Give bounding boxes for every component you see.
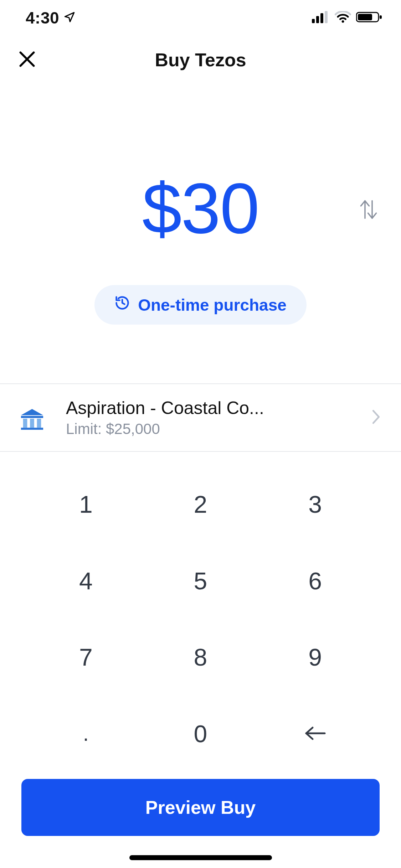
nav-bar: Buy Tezos	[0, 36, 401, 84]
svg-marker-12	[21, 409, 43, 415]
svg-rect-16	[37, 419, 41, 428]
close-button[interactable]	[13, 46, 41, 74]
key-0[interactable]: 0	[143, 696, 258, 772]
location-icon	[63, 11, 76, 25]
backspace-arrow-icon	[303, 720, 328, 748]
key-3[interactable]: 3	[258, 466, 372, 543]
home-indicator[interactable]	[129, 855, 272, 860]
bank-icon	[20, 405, 45, 430]
key-backspace[interactable]	[258, 696, 372, 772]
svg-rect-3	[325, 11, 328, 23]
close-icon	[17, 49, 37, 71]
clock-reload-icon	[114, 295, 130, 315]
status-bar: 4:30	[0, 0, 401, 36]
svg-rect-7	[380, 15, 382, 19]
svg-rect-0	[312, 19, 315, 23]
status-left: 4:30	[26, 8, 76, 27]
key-7[interactable]: 7	[29, 619, 143, 696]
page-title: Buy Tezos	[155, 49, 246, 71]
payment-limit: Limit: $25,000	[66, 420, 349, 438]
preview-buy-button[interactable]: Preview Buy	[21, 779, 380, 836]
svg-rect-14	[23, 419, 27, 428]
key-decimal[interactable]: .	[29, 696, 143, 772]
svg-rect-2	[320, 13, 323, 23]
number-keypad: 1 2 3 4 5 6 7 8 9 . 0	[0, 452, 401, 779]
key-8[interactable]: 8	[143, 619, 258, 696]
status-right	[312, 11, 382, 25]
swap-arrows-icon	[358, 198, 379, 223]
battery-icon	[356, 11, 382, 25]
chevron-right-icon	[371, 409, 381, 426]
swap-currency-button[interactable]	[356, 198, 381, 223]
amount-area: $30 One-time purchase	[0, 84, 401, 325]
svg-rect-1	[316, 16, 319, 23]
status-time: 4:30	[26, 8, 59, 27]
key-4[interactable]: 4	[29, 543, 143, 619]
payment-method-row[interactable]: Aspiration - Coastal Co... Limit: $25,00…	[0, 383, 401, 452]
key-5[interactable]: 5	[143, 543, 258, 619]
key-9[interactable]: 9	[258, 619, 372, 696]
frequency-label: One-time purchase	[138, 295, 287, 315]
key-1[interactable]: 1	[29, 466, 143, 543]
svg-point-4	[342, 20, 344, 23]
payment-name: Aspiration - Coastal Co...	[66, 398, 349, 418]
svg-rect-6	[358, 14, 372, 20]
frequency-chip[interactable]: One-time purchase	[94, 285, 307, 325]
svg-rect-15	[30, 419, 34, 428]
svg-rect-13	[21, 416, 43, 418]
key-2[interactable]: 2	[143, 466, 258, 543]
cta-wrap: Preview Buy	[0, 779, 401, 868]
cellular-icon	[312, 11, 330, 25]
amount-display: $30	[142, 173, 259, 244]
key-6[interactable]: 6	[258, 543, 372, 619]
cta-label: Preview Buy	[145, 797, 256, 818]
wifi-icon	[335, 11, 351, 25]
svg-rect-17	[21, 428, 43, 430]
payment-text: Aspiration - Coastal Co... Limit: $25,00…	[66, 398, 349, 438]
